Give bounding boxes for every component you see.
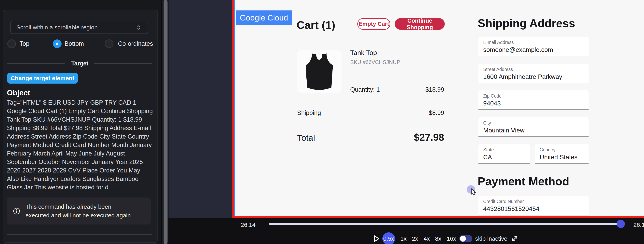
playback-controls: 0.5x 1x 2x 4x 8x 16x skip inactive (373, 233, 519, 244)
state-field[interactable]: State CA (478, 144, 530, 164)
zip-field-label: Zip Code (483, 93, 502, 99)
viewport-highlight-blue-left (234, 0, 236, 217)
play-button[interactable] (373, 235, 380, 243)
item-name: Tank Top (350, 49, 377, 56)
street-field-label: Street Address (483, 67, 513, 72)
viewport-highlight-red-bottom (232, 216, 644, 218)
empty-cart-button[interactable]: Empty Cart (357, 18, 390, 30)
speed-0-5x[interactable]: 0.5x (382, 232, 395, 244)
info-icon (13, 207, 20, 215)
skip-inactive-toggle[interactable] (459, 235, 472, 242)
street-field-value: 1600 Amphitheatre Parkway (483, 73, 562, 80)
notice-text: This command has already been executed a… (26, 202, 136, 220)
command-editor-panel: Scroll within a scrollable region Top Bo… (0, 0, 162, 244)
stage-background (168, 0, 232, 218)
email-field-label: E-mail Address (483, 40, 514, 45)
credit-card-field[interactable]: Credit Card Number 4432801561520454 (478, 196, 588, 216)
radio-top[interactable] (7, 39, 16, 48)
tank-top-product-image (297, 50, 342, 93)
speed-2x[interactable]: 2x (412, 235, 418, 242)
city-field-value: Mountain View (483, 127, 524, 134)
recorded-browser-viewport: Google Cloud Cart (1) Empty Cart Continu… (236, 0, 644, 216)
seek-bar-thumb[interactable] (616, 220, 625, 228)
zip-field-value: 94043 (483, 100, 501, 107)
next-command-card (3, 243, 158, 244)
radio-coordinates-label[interactable]: Co-ordinates (118, 40, 153, 47)
recording-review-app: { "left_panel": { "action_select": { "va… (0, 0, 644, 244)
speed-4x[interactable]: 4x (424, 235, 430, 242)
command-card: Scroll within a scrollable region Top Bo… (3, 10, 158, 243)
current-time-label: 26:14 (241, 222, 256, 228)
email-field[interactable]: E-mail Address someone@example.com (478, 37, 588, 56)
target-section-label: Target (71, 60, 88, 67)
item-quantity: Quantity: 1 (350, 86, 380, 93)
country-field-label: Country (540, 147, 556, 153)
viewport-highlight-red-left (232, 0, 234, 218)
credit-card-field-label: Credit Card Number (483, 199, 524, 204)
divider-line (7, 63, 65, 64)
end-time-label: 26:1 (633, 222, 644, 228)
speed-16x[interactable]: 16x (447, 235, 456, 242)
panel-scrollbar[interactable] (162, 0, 168, 244)
state-field-value: CA (483, 154, 492, 161)
panel-divider (7, 234, 152, 235)
select-chevrons-icon (135, 24, 142, 31)
total-price: $27.98 (385, 132, 444, 143)
playback-bar: 26:14 26:1 0.5x 1x 2x 4x 8x 16x skip ina… (168, 218, 644, 244)
country-field-value: United States (540, 154, 578, 161)
city-field-label: City (483, 120, 491, 126)
email-field-value: someone@example.com (483, 46, 553, 53)
cart-item-divider (297, 102, 444, 102)
google-cloud-badge: Google Cloud (236, 10, 292, 25)
credit-card-field-value: 4432801561520454 (483, 205, 540, 213)
action-type-selected-value: Scroll within a scrollable region (16, 24, 135, 31)
divider-line (94, 63, 152, 64)
action-type-select[interactable]: Scroll within a scrollable region (10, 21, 148, 34)
zip-field[interactable]: Zip Code 94043 (478, 90, 588, 110)
cart-title: Cart (1) (296, 18, 335, 31)
total-label: Total (297, 133, 315, 143)
object-description-text: Tag="HTML" $ EUR USD JPY GBP TRY CAD 1 G… (7, 98, 153, 192)
target-section-divider: Target (7, 59, 152, 67)
speed-8x[interactable]: 8x (435, 235, 441, 242)
radio-top-label[interactable]: Top (20, 40, 30, 47)
radio-bottom[interactable] (53, 39, 62, 48)
speed-1x[interactable]: 1x (400, 235, 407, 242)
country-field[interactable]: Country United States (535, 144, 588, 164)
change-target-button[interactable]: Change target element (7, 73, 78, 84)
skip-inactive-label: skip inactive (475, 235, 507, 242)
state-field-label: State (483, 147, 494, 153)
toggle-knob (460, 236, 466, 242)
seek-bar-track[interactable] (269, 223, 622, 225)
item-price: $18.99 (405, 86, 444, 93)
cart-header-divider (297, 41, 444, 41)
shipping-address-heading: Shipping Address (478, 16, 575, 30)
street-field[interactable]: Street Address 1600 Amphitheatre Parkway (478, 64, 588, 83)
shipping-label: Shipping (297, 109, 321, 116)
radio-coordinates[interactable] (105, 39, 114, 48)
cart-shipping-divider (297, 123, 444, 123)
scroll-position-radio-group: Top Bottom Co-ordinates (3, 39, 158, 48)
tank-top-illustration (297, 50, 342, 93)
item-sku: SKU #66VCHSJNUP (350, 59, 400, 65)
payment-method-heading: Payment Method (478, 175, 569, 188)
fullscreen-expand-icon[interactable] (510, 235, 519, 243)
mouse-cursor (470, 188, 477, 197)
city-field[interactable]: City Mountain View (478, 117, 588, 137)
scrollbar-thumb[interactable] (164, 0, 168, 244)
already-executed-notice: This command has already been executed a… (7, 198, 151, 225)
radio-bottom-label[interactable]: Bottom (64, 40, 84, 47)
object-heading: Object (7, 89, 30, 97)
shipping-price: $8.99 (405, 109, 444, 116)
continue-shopping-button[interactable]: Continue Shopping (395, 18, 445, 30)
